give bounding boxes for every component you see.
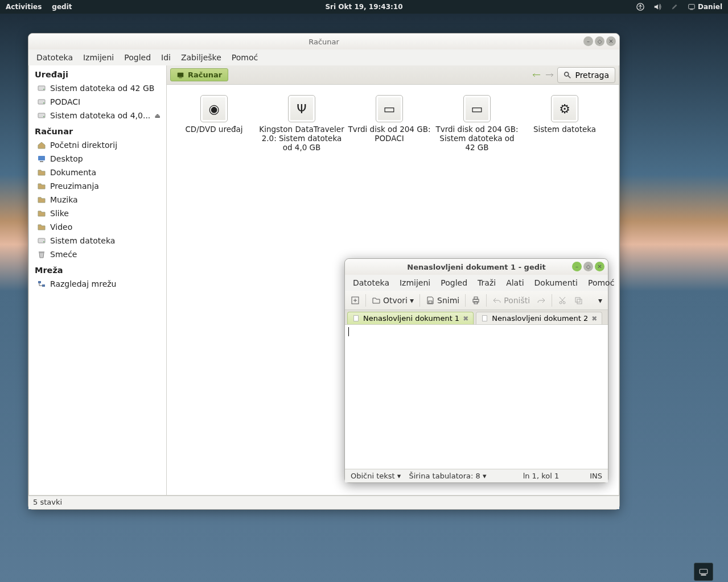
gedit-minimize-button[interactable]: – [572,262,582,271]
sidebar-item-label: Muzika [50,195,78,204]
gedit-menu-search[interactable]: Traži [473,276,500,290]
sidebar-item[interactable]: Muzika [29,193,166,207]
fm-menubar: Datoteka Izmijeni Pogled Idi Zabilješke … [28,49,619,65]
gedit-menu-documents[interactable]: Dokumenti [530,276,582,290]
volume-icon[interactable] [653,3,661,11]
toolbar-overflow-icon[interactable]: ▾ [597,295,603,306]
sidebar-item-label: Dokumenta [50,168,96,177]
user-menu[interactable]: Daniel [688,3,722,11]
gedit-menu-tools[interactable]: Alati [501,276,528,290]
tab-close-icon[interactable]: ✖ [591,315,597,323]
redo-button[interactable] [536,295,547,306]
fm-menu-view[interactable]: Pogled [120,51,155,64]
sidebar-item[interactable]: Sistem datoteka [29,234,166,247]
svg-point-1 [640,5,641,6]
fm-menu-edit[interactable]: Izmijeni [79,51,118,64]
eject-icon[interactable]: ⏏ [155,112,161,119]
sidebar-item-label: Desktop [50,154,83,163]
fm-title: Računar [309,38,339,46]
document-tab[interactable]: Nenaslovljeni dokument 2✖ [476,312,602,324]
gedit-titlebar[interactable]: Nenaslovljeni dokument 1 - gedit – ◇ ✕ [345,259,608,275]
fm-titlebar[interactable]: Računar – ◇ ✕ [28,34,619,49]
fm-menu-file[interactable]: Datoteka [32,51,77,64]
drive-item[interactable]: ΨKingston DataTraveler 2.0: Sistem datot… [259,95,344,152]
desktop-icon [37,154,46,163]
gedit-menu-view[interactable]: Pogled [436,276,472,290]
accessibility-icon[interactable] [636,3,644,11]
location-chip[interactable]: Računar [170,68,228,81]
clock[interactable]: Sri Okt 19, 19:43:10 [325,3,402,11]
maximize-button[interactable]: ◇ [595,36,604,46]
fm-menu-bookmarks[interactable]: Zabilješke [176,51,226,64]
sidebar-computer-title: Računar [29,122,166,138]
sidebar-devices-title: Uređaji [29,65,166,81]
drive-label: CD/DVD uređaj [185,125,242,134]
gedit-toolbar: Otvori ▾ Snimi Poništi ▾ [345,291,608,310]
network-icon [37,279,46,288]
nav-back-icon[interactable]: 🡐 [532,70,541,80]
gedit-menubar: Datoteka Izmijeni Pogled Traži Alati Dok… [345,275,608,291]
nav-forward-icon[interactable]: 🡒 [545,70,554,80]
svg-point-25 [560,302,562,304]
drive-label: Tvrdi disk od 204 GB: Sistem datoteka od… [434,125,520,152]
folder-icon [37,209,46,218]
open-button[interactable]: Otvori ▾ [371,295,415,306]
save-button[interactable]: Snimi [425,295,460,306]
gedit-menu-edit[interactable]: Izmijeni [395,276,435,290]
fm-sidebar: Uređaji Sistem datoteka od 42 GBPODACISi… [28,65,167,496]
fm-menu-help[interactable]: Pomoć [227,51,262,64]
sidebar-item[interactable]: Video [29,220,166,234]
svg-rect-28 [577,299,582,304]
text-caret [348,327,349,336]
drive-item[interactable]: ▭Tvrdi disk od 204 GB: Sistem datoteka o… [434,95,520,152]
sidebar-item[interactable]: PODACI [29,95,166,109]
cut-button[interactable] [557,295,568,306]
sidebar-item-label: Preuzimanja [50,181,99,191]
cursor-position: ln 1, kol 1 [523,472,560,480]
sidebar-item[interactable]: Preuzimanja [29,179,166,193]
sidebar-item[interactable]: Dokumenta [29,166,166,179]
gedit-maximize-button[interactable]: ◇ [583,262,593,271]
close-button[interactable]: ✕ [606,36,616,46]
sidebar-item[interactable]: Sistem datoteka od 42 GB [29,81,166,95]
svg-rect-27 [575,298,580,302]
fm-menu-go[interactable]: Idi [157,51,175,64]
new-doc-button[interactable] [349,295,361,306]
drive-label: Sistem datoteka [533,125,596,134]
drive-item[interactable]: ◉CD/DVD uređaj [171,95,257,134]
print-button[interactable] [470,295,482,306]
svg-rect-30 [483,316,487,321]
svg-point-26 [563,302,565,304]
search-button[interactable]: Pretraga [557,67,615,83]
gedit-close-button[interactable]: ✕ [595,262,604,271]
drive-item[interactable]: ▭Tvrdi disk od 204 GB: PODACI [347,95,432,143]
text-editor[interactable] [345,325,608,469]
undo-button[interactable]: Poništi [491,295,531,306]
svg-rect-23 [474,297,478,299]
syntax-mode[interactable]: Obični tekst ▾ [351,472,401,480]
brush-icon[interactable] [671,3,678,11]
sidebar-item-label: Slike [50,209,69,218]
document-tab[interactable]: Nenaslovljeni dokument 1✖ [347,312,474,324]
tab-close-icon[interactable]: ✖ [463,315,468,323]
svg-rect-17 [178,72,184,77]
drive-item[interactable]: ⚙Sistem datoteka [522,95,607,134]
svg-point-7 [43,102,44,104]
copy-button[interactable] [573,295,584,306]
search-label: Pretraga [575,71,609,80]
sidebar-item[interactable]: Smeće [29,247,166,261]
dock-icon[interactable] [694,563,713,581]
gedit-menu-file[interactable]: Datoteka [348,276,394,290]
sidebar-item[interactable]: Sistem datoteka od 4,0...⏏ [29,109,166,122]
active-app-label[interactable]: gedit [52,3,72,11]
activities-button[interactable]: Activities [6,3,42,11]
svg-rect-3 [690,9,693,10]
sidebar-item[interactable]: Razgledaj mrežu [29,277,166,291]
gedit-menu-help[interactable]: Pomoć [583,276,619,290]
sidebar-item[interactable]: Slike [29,207,166,220]
sidebar-item[interactable]: Desktop [29,152,166,166]
drive-icon [37,97,46,106]
minimize-button[interactable]: – [583,36,593,46]
tab-width[interactable]: Širina tabulatora: 8 ▾ [409,472,486,480]
sidebar-item[interactable]: Početni direktorij [29,138,166,152]
